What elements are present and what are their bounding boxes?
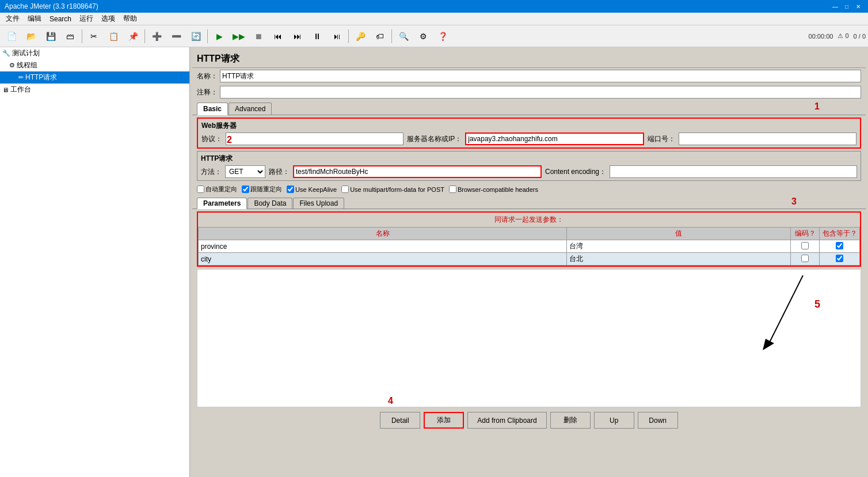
checkboxes-row: 自动重定向 跟随重定向 Use KeepAlive Use multipart/…: [192, 183, 866, 195]
multipart-label[interactable]: Use multipart/form-data for POST: [341, 186, 444, 193]
arrow-svg: [757, 275, 826, 356]
bottom-area: 4 Detail 添加 Add from Clipboard 删除 Up Dow…: [192, 407, 866, 433]
tree-item-thread-group[interactable]: ⚙ 线程组: [0, 59, 189, 71]
tree-item-http-request[interactable]: ✏ HTTP请求: [0, 71, 189, 84]
param-name-0: province: [199, 240, 567, 253]
sub-tab-files-upload[interactable]: Files Upload: [293, 198, 344, 209]
params-table: 名称 值 编码？ 包含等于？ province 台湾 city: [198, 227, 860, 266]
toolbar-stop[interactable]: ⏹: [249, 28, 268, 45]
app-title: Apache JMeter (3.3 r1808647): [5, 2, 98, 10]
follow-redirect-label[interactable]: 跟随重定向: [242, 185, 282, 194]
sub-tab-parameters[interactable]: Parameters: [197, 198, 247, 209]
encode-checkbox-0[interactable]: [801, 242, 809, 249]
toolbar-sep-4: [348, 29, 349, 43]
server-input[interactable]: [465, 132, 644, 145]
main-layout: 🔧 测试计划 ⚙ 线程组 ✏ HTTP请求 🖥 工作台 HTTP请求 名称： 注…: [0, 47, 868, 477]
title-bar: Apache JMeter (3.3 r1808647) — □ ✕: [0, 0, 868, 13]
tree-item-label: 工作台: [10, 85, 31, 94]
params-header: 同请求一起发送参数：: [198, 213, 860, 227]
comment-row: 注释：: [192, 84, 866, 100]
toolbar-open[interactable]: 📂: [22, 28, 40, 45]
delete-button[interactable]: 删除: [550, 412, 591, 429]
menu-run[interactable]: 运行: [76, 13, 97, 25]
toolbar-log[interactable]: ⚙: [414, 28, 432, 45]
auto-redirect-label[interactable]: 自动重定向: [197, 185, 237, 194]
param-encode-1: [791, 253, 820, 266]
method-select[interactable]: GET POST PUT DELETE: [225, 165, 265, 178]
maximize-button[interactable]: □: [842, 2, 852, 11]
equals-checkbox-1[interactable]: [836, 255, 843, 262]
protocol-input[interactable]: [226, 132, 403, 145]
toolbar-remote-stop[interactable]: ⏸: [308, 28, 326, 45]
path-input[interactable]: [293, 165, 542, 178]
port-input[interactable]: [679, 132, 856, 145]
tree-item-test-plan[interactable]: 🔧 测试计划: [0, 47, 189, 59]
keep-alive-label[interactable]: Use KeepAlive: [287, 186, 337, 193]
toolbar-start[interactable]: ▶: [210, 28, 229, 45]
add-button[interactable]: 添加: [424, 412, 464, 429]
menu-options[interactable]: 选项: [98, 13, 119, 25]
toolbar-start-no-pauses[interactable]: ▶▶: [230, 28, 248, 45]
toolbar-collapse[interactable]: ➖: [167, 28, 185, 45]
name-input[interactable]: [220, 70, 861, 82]
toolbar-remote-start[interactable]: ⏭: [288, 28, 307, 45]
auto-redirect-checkbox[interactable]: [197, 186, 204, 193]
browser-headers-label[interactable]: Browser-compatible headers: [449, 186, 538, 193]
toolbar-save-as[interactable]: 🗃: [61, 28, 79, 45]
params-section: 同请求一起发送参数： 名称 值 编码？ 包含等于？ province 台湾: [197, 211, 861, 267]
main-tabs: Basic Advanced: [192, 100, 866, 115]
toolbar-reset[interactable]: 🔄: [186, 28, 205, 45]
encoding-input[interactable]: [610, 165, 857, 178]
empty-area: 5: [197, 269, 861, 407]
web-server-title: Web服务器: [201, 121, 856, 131]
panel-title: HTTP请求: [192, 50, 866, 68]
toolbar: 📄 📂 💾 🗃 ✂ 📋 📌 ➕ ➖ 🔄 ▶ ▶▶ ⏹ ⏮ ⏭ ⏸ ⏯ 🔑 🏷 🔍…: [0, 25, 868, 47]
add-clipboard-button[interactable]: Add from Clipboard: [467, 412, 546, 429]
follow-redirect-checkbox[interactable]: [242, 186, 249, 193]
minimize-button[interactable]: —: [830, 2, 840, 11]
param-value-0: 台湾: [567, 240, 791, 253]
menu-file[interactable]: 文件: [2, 13, 23, 25]
detail-button[interactable]: Detail: [380, 412, 420, 429]
param-value-1: 台北: [567, 253, 791, 266]
browser-headers-checkbox[interactable]: [449, 186, 456, 193]
col-encode: 编码？: [791, 228, 820, 240]
toolbar-shutdown[interactable]: ⏮: [269, 28, 287, 45]
http-req-section: HTTP请求 方法： GET POST PUT DELETE 路径： Conte…: [197, 151, 861, 181]
menu-search[interactable]: Search: [46, 14, 75, 24]
menu-edit[interactable]: 编辑: [24, 13, 45, 25]
toolbar-function-helper[interactable]: 🏷: [371, 28, 389, 45]
toolbar-copy[interactable]: 📋: [104, 28, 123, 45]
equals-checkbox-0[interactable]: [836, 242, 843, 249]
toolbar-remote-exit[interactable]: ⏯: [328, 28, 346, 45]
down-button[interactable]: Down: [638, 412, 678, 429]
sub-tabs: Parameters Body Data Files Upload: [192, 195, 866, 209]
table-row: province 台湾: [199, 240, 860, 253]
toolbar-search[interactable]: 🔍: [394, 28, 413, 45]
toolbar-clear-all[interactable]: 🔑: [351, 28, 370, 45]
comment-input[interactable]: [220, 86, 861, 99]
name-label: 名称：: [197, 71, 218, 81]
toolbar-expand[interactable]: ➕: [147, 28, 166, 45]
tabs-container: Basic Advanced 1: [192, 100, 866, 115]
encode-checkbox-1[interactable]: [801, 255, 809, 262]
thread-group-icon: ⚙: [9, 62, 15, 69]
tree-item-work-table[interactable]: 🖥 工作台: [0, 84, 189, 96]
tab-advanced[interactable]: Advanced: [229, 103, 272, 115]
param-encode-0: [791, 240, 820, 253]
tree-item-label: 线程组: [17, 60, 37, 70]
close-button[interactable]: ✕: [853, 2, 863, 11]
multipart-checkbox[interactable]: [341, 186, 349, 193]
up-button[interactable]: Up: [594, 412, 634, 429]
sub-tab-body-data[interactable]: Body Data: [248, 198, 292, 209]
toolbar-paste[interactable]: 📌: [124, 28, 142, 45]
toolbar-help[interactable]: ❓: [433, 28, 452, 45]
keep-alive-checkbox[interactable]: [287, 186, 294, 193]
method-label: 方法：: [201, 167, 222, 177]
tab-basic[interactable]: Basic: [197, 103, 228, 115]
annotation-2: 2: [227, 135, 232, 145]
menu-help[interactable]: 帮助: [120, 13, 140, 25]
toolbar-cut[interactable]: ✂: [85, 28, 103, 45]
toolbar-new[interactable]: 📄: [2, 28, 21, 45]
toolbar-save[interactable]: 💾: [41, 28, 60, 45]
